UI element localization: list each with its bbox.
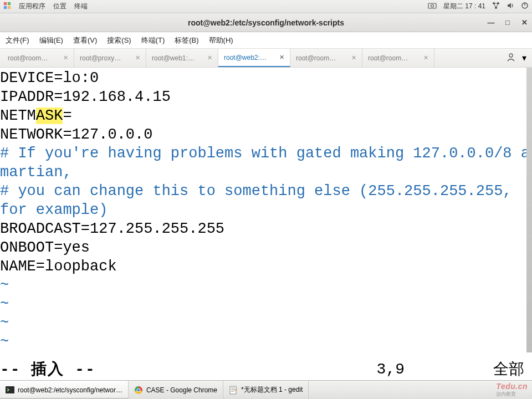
- topbar-places[interactable]: 位置: [53, 2, 66, 11]
- editor-line: NAME=loopback: [0, 257, 532, 276]
- gedit-icon: [229, 386, 238, 395]
- svg-rect-0: [4, 2, 7, 5]
- terminal-tabbar: root@room…✕ root@proxy…✕ root@web1:…✕ ro…: [0, 49, 532, 68]
- tab-close-icon[interactable]: ✕: [59, 54, 68, 62]
- svg-rect-12: [6, 386, 14, 393]
- vim-statusline: -- 插入 -- 3,9 全部: [0, 358, 532, 380]
- tab-close-icon[interactable]: ✕: [419, 54, 428, 62]
- editor-tilde: ~: [0, 295, 532, 314]
- vim-scroll-pct: 全部: [493, 359, 524, 380]
- tab-close-icon[interactable]: ✕: [275, 54, 284, 61]
- menubar: 文件(F) 编辑(E) 查看(V) 搜索(S) 终端(T) 标签(B) 帮助(H…: [0, 32, 532, 49]
- vim-mode: -- 插入 --: [0, 359, 96, 380]
- taskbar-item-label: *无标题文档 1 - gedit: [241, 385, 303, 395]
- watermark: Tedu.cn 达内教育: [496, 382, 528, 398]
- menu-help[interactable]: 帮助(H): [207, 34, 236, 47]
- terminal-tab[interactable]: root@web1:…✕: [146, 49, 218, 67]
- tab-label: root@web1:…: [152, 54, 195, 62]
- window-titlebar: root@web2:/etc/sysconfig/network-scripts…: [0, 13, 532, 32]
- svg-point-11: [509, 54, 513, 57]
- editor-comment-line: # If you're having problems with gated m…: [0, 144, 532, 182]
- editor-line: BROADCAST=127.255.255.255: [0, 219, 532, 238]
- svg-point-15: [137, 388, 140, 392]
- window-title: root@web2:/etc/sysconfig/network-scripts: [188, 18, 344, 27]
- terminal-tab[interactable]: root@room…✕: [290, 49, 362, 67]
- editor-tilde: ~: [0, 332, 532, 351]
- taskbar-item[interactable]: *无标题文档 1 - gedit: [223, 381, 309, 399]
- editor-line: IPADDR=192.168.4.15: [0, 88, 532, 106]
- tab-label: root@room…: [8, 54, 48, 62]
- terminal-icon: [6, 386, 14, 395]
- svg-rect-3: [8, 6, 11, 9]
- taskbar-item[interactable]: CASE - Google Chrome: [129, 381, 223, 399]
- svg-rect-4: [428, 3, 436, 8]
- taskbar-item-label: CASE - Google Chrome: [146, 386, 217, 394]
- topbar-applications[interactable]: 应用程序: [19, 2, 45, 11]
- menu-file[interactable]: 文件(F): [3, 34, 32, 47]
- vim-cursor-pos: 3,9: [377, 361, 405, 378]
- tab-label: root@proxy…: [80, 54, 121, 62]
- volume-icon[interactable]: [507, 2, 514, 11]
- maximize-button[interactable]: □: [503, 18, 512, 27]
- chevron-down-icon[interactable]: ▾: [522, 53, 526, 63]
- power-icon[interactable]: [521, 2, 529, 11]
- menu-tabs[interactable]: 标签(B): [172, 34, 201, 47]
- camera-icon[interactable]: [428, 2, 437, 11]
- editor-line: DEVICE=lo:0: [0, 69, 532, 88]
- tab-close-icon[interactable]: ✕: [131, 54, 140, 62]
- editor-comment-line: # you can change this to something else …: [0, 182, 532, 219]
- editor-line: NETWORK=127.0.0.0: [0, 125, 532, 144]
- desktop-taskbar: root@web2:/etc/sysconfig/networ… CASE - …: [0, 380, 532, 399]
- terminal-tab-active[interactable]: root@web2:…✕: [218, 49, 290, 67]
- clock[interactable]: 星期二 17 : 41: [443, 2, 485, 11]
- close-button[interactable]: ✕: [520, 18, 529, 27]
- menu-search[interactable]: 搜索(S): [105, 34, 133, 47]
- topbar-terminal[interactable]: 终端: [74, 2, 88, 11]
- tab-close-icon[interactable]: ✕: [347, 54, 356, 62]
- editor-line: NETMASK=: [0, 106, 532, 125]
- tab-label: root@room…: [368, 54, 408, 62]
- terminal-tab[interactable]: root@room…✕: [362, 49, 434, 67]
- editor-tilde: ~: [0, 276, 532, 295]
- chrome-icon: [134, 386, 143, 395]
- menu-view[interactable]: 查看(V): [71, 34, 99, 47]
- tab-close-icon[interactable]: ✕: [203, 54, 212, 62]
- scrollbar[interactable]: [526, 68, 532, 352]
- svg-rect-1: [8, 2, 11, 5]
- terminal-tab[interactable]: root@proxy…✕: [74, 49, 146, 67]
- profile-icon[interactable]: [507, 53, 515, 64]
- svg-rect-2: [4, 6, 7, 9]
- menu-terminal[interactable]: 终端(T): [139, 34, 167, 47]
- tab-label: root@room…: [296, 54, 336, 62]
- desktop-top-panel: 应用程序 位置 终端 星期二 17 : 41: [0, 0, 532, 13]
- menu-edit[interactable]: 编辑(E): [37, 34, 65, 47]
- network-icon[interactable]: [492, 2, 500, 11]
- taskbar-item[interactable]: root@web2:/etc/sysconfig/networ…: [0, 381, 129, 399]
- minimize-button[interactable]: —: [487, 18, 495, 27]
- editor-tilde: ~: [0, 314, 532, 332]
- tab-label: root@web2:…: [224, 54, 267, 62]
- taskbar-item-label: root@web2:/etc/sysconfig/networ…: [18, 386, 122, 394]
- app-menu-icon: [3, 2, 11, 11]
- terminal-editor[interactable]: DEVICE=lo:0 IPADDR=192.168.4.15 NETMASK=…: [0, 68, 532, 380]
- terminal-tab[interactable]: root@room…✕: [2, 49, 74, 67]
- search-highlight: ASK: [36, 108, 63, 124]
- editor-line: ONBOOT=yes: [0, 238, 532, 257]
- svg-point-5: [431, 4, 433, 7]
